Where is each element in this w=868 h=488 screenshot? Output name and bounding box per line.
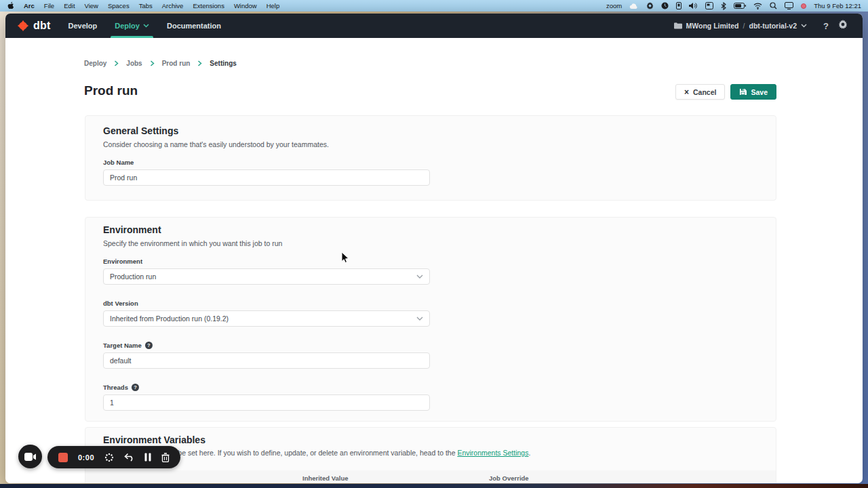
- menubar-item-view[interactable]: View: [85, 2, 98, 9]
- desktop-wallpaper-strip: [0, 484, 868, 488]
- environment-section: Environment Specify the environment in w…: [85, 217, 776, 422]
- dbt-version-select-value: Inherited from Production run (0.19.2): [110, 314, 229, 323]
- env-vars-table-header: Inherited Value Job Override: [85, 470, 776, 483]
- dbt-version-select[interactable]: Inherited from Production run (0.19.2): [103, 310, 430, 327]
- chevron-right-icon: [197, 60, 202, 66]
- menubar-item-spaces[interactable]: Spaces: [108, 2, 130, 9]
- recording-indicator-icon[interactable]: [801, 3, 806, 9]
- menubar-app-name[interactable]: Arc: [24, 2, 35, 9]
- job-override-column-header: Job Override: [489, 474, 755, 482]
- threads-input[interactable]: [103, 394, 430, 411]
- breadcrumb: Deploy Jobs Prod run Settings: [84, 60, 237, 67]
- gear-icon[interactable]: [646, 2, 654, 9]
- save-icon: [739, 88, 747, 96]
- environment-select[interactable]: Production run: [103, 268, 430, 285]
- environment-variables-description: Job level overrides can be set here. If …: [103, 449, 758, 457]
- menubar-item-window[interactable]: Window: [234, 2, 257, 9]
- app-utility-icon[interactable]: [676, 2, 682, 9]
- inherited-value-column-header: Inherited Value: [302, 474, 489, 482]
- cancel-button[interactable]: × Cancel: [675, 84, 725, 100]
- annotate-tools-icon[interactable]: [104, 453, 114, 462]
- environment-heading: Environment: [103, 224, 758, 235]
- nav-tab-documentation[interactable]: Documentation: [167, 14, 221, 38]
- environment-select-value: Production run: [110, 272, 156, 281]
- search-icon[interactable]: [770, 2, 777, 9]
- chevron-right-icon: [150, 60, 155, 66]
- dbt-version-label: dbt Version: [103, 300, 758, 307]
- dbt-logo[interactable]: dbt: [16, 19, 50, 33]
- display-icon[interactable]: [785, 2, 793, 9]
- chevron-right-icon: [114, 60, 119, 66]
- save-button-label: Save: [751, 88, 768, 96]
- menubar-item-archive[interactable]: Archive: [162, 2, 184, 9]
- volume-icon[interactable]: [689, 2, 698, 9]
- undo-icon[interactable]: [124, 453, 134, 462]
- nav-tab-deploy-label: Deploy: [115, 22, 140, 30]
- environment-variables-section: Environment Variables Job level override…: [85, 427, 776, 483]
- chevron-down-icon: [416, 317, 423, 321]
- env-vars-desc-period: .: [528, 449, 530, 457]
- settings-gear-icon[interactable]: [838, 20, 848, 32]
- general-settings-description: Consider choosing a name that's easily u…: [103, 140, 758, 148]
- chevron-down-icon: [416, 274, 423, 279]
- nav-tab-deploy[interactable]: Deploy: [115, 14, 149, 38]
- close-icon: ×: [684, 87, 689, 97]
- environment-variables-heading: Environment Variables: [103, 434, 758, 445]
- job-name-label: Job Name: [103, 159, 758, 166]
- chevron-down-icon: [143, 24, 149, 28]
- video-camera-icon: [24, 453, 36, 461]
- recording-timer: 0:00: [78, 453, 94, 462]
- dbt-top-nav: dbt Develop Deploy Documentation MWong L…: [5, 14, 863, 38]
- pause-icon[interactable]: [144, 453, 151, 462]
- cancel-button-label: Cancel: [693, 88, 716, 96]
- account-name: MWong Limited: [686, 22, 739, 30]
- cloud-icon[interactable]: [629, 3, 639, 9]
- target-name-help-icon[interactable]: ?: [145, 342, 153, 349]
- general-settings-heading: General Settings: [103, 125, 758, 136]
- menubar-item-tabs[interactable]: Tabs: [139, 2, 153, 9]
- target-name-input[interactable]: [103, 352, 430, 369]
- target-name-label: Target Name: [103, 342, 142, 349]
- project-name: dbt-tutorial-v2: [749, 22, 797, 30]
- dbt-brand-name: dbt: [33, 20, 50, 32]
- recording-toolbar: 0:00: [47, 446, 180, 468]
- wifi-icon[interactable]: [753, 3, 762, 9]
- trash-icon[interactable]: [161, 453, 170, 462]
- nav-tab-develop-label: Develop: [68, 22, 97, 30]
- breadcrumb-settings: Settings: [210, 60, 236, 67]
- nav-tab-documentation-label: Documentation: [167, 22, 221, 30]
- folder-icon: [674, 22, 682, 29]
- help-button[interactable]: ?: [823, 21, 829, 31]
- clock-utility-icon[interactable]: [661, 2, 669, 9]
- menubar-item-file[interactable]: File: [44, 2, 54, 9]
- window-utility-icon[interactable]: [705, 2, 713, 9]
- menubar-item-help[interactable]: Help: [267, 2, 280, 9]
- nav-tab-develop[interactable]: Develop: [68, 14, 97, 38]
- chevron-down-icon: [801, 24, 807, 28]
- environment-field-label: Environment: [103, 258, 758, 265]
- browser-window: dbt Develop Deploy Documentation MWong L…: [5, 14, 863, 483]
- macos-menubar: Arc File Edit View Spaces Tabs Archive E…: [0, 0, 868, 12]
- dbt-logo-icon: [16, 19, 30, 33]
- account-separator: /: [743, 22, 745, 30]
- account-project-switcher[interactable]: MWong Limited / dbt-tutorial-v2: [674, 22, 807, 30]
- breadcrumb-deploy[interactable]: Deploy: [84, 60, 106, 67]
- bluetooth-icon[interactable]: [721, 2, 726, 10]
- environments-settings-link[interactable]: Environments Settings: [457, 449, 528, 457]
- breadcrumb-jobs[interactable]: Jobs: [126, 60, 142, 67]
- threads-label: Threads: [103, 384, 128, 391]
- menubar-clock[interactable]: Thu 9 Feb 12:21: [814, 2, 861, 9]
- page-title: Prod run: [84, 83, 138, 98]
- zoom-menu-item[interactable]: zoom: [606, 2, 622, 9]
- apple-icon[interactable]: [7, 1, 14, 10]
- camera-toggle-button[interactable]: [18, 445, 42, 468]
- stop-recording-button[interactable]: [58, 453, 68, 462]
- job-name-input[interactable]: [103, 169, 430, 186]
- breadcrumb-prod-run[interactable]: Prod run: [162, 60, 191, 67]
- battery-icon[interactable]: [734, 3, 746, 9]
- save-button[interactable]: Save: [730, 84, 776, 100]
- threads-help-icon[interactable]: ?: [132, 384, 139, 391]
- menubar-item-extensions[interactable]: Extensions: [193, 2, 224, 9]
- environment-description: Specify the environment in which you wan…: [103, 239, 758, 247]
- menubar-item-edit[interactable]: Edit: [64, 2, 75, 9]
